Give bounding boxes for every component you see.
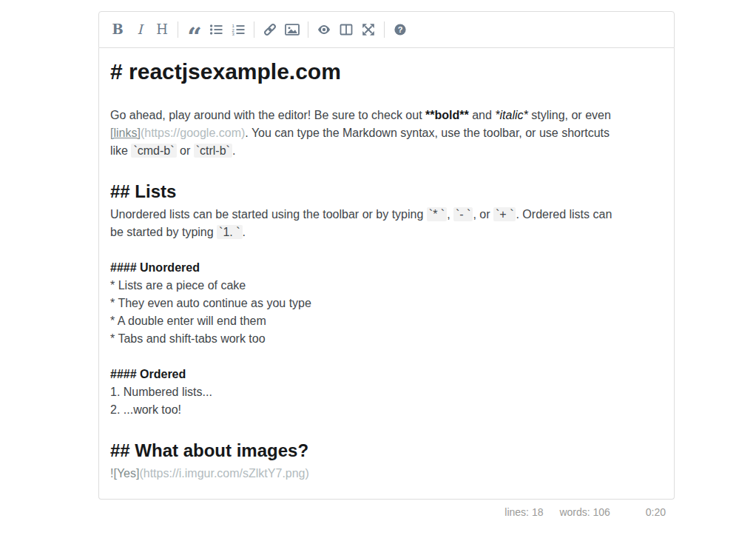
text-segment-image: ![Yes]: [110, 467, 139, 480]
editor-line: ## Lists: [110, 178, 663, 206]
text-segment-text: . You can type the Markdown syntax, use …: [245, 127, 610, 139]
text-segment-text: # reactjsexample.com: [110, 59, 341, 84]
text-segment-text: .: [232, 144, 235, 157]
text-segment-text: Unordered lists can be started using the…: [110, 208, 427, 221]
text-segment-code: `1. `: [217, 225, 242, 239]
text-segment-text: Go ahead, play around with the editor! B…: [110, 109, 425, 121]
text-segment-code: `ctrl-b`: [194, 144, 232, 158]
toolbar-separator: [384, 21, 385, 38]
editor-toolbar: B I H “ 1 2 3: [98, 11, 675, 48]
heading-icon: H: [156, 23, 168, 36]
editor-line: like `cmd-b` or `ctrl-b`.: [110, 142, 663, 160]
editor-line: 1. Numbered lists...: [110, 383, 663, 401]
text-segment-text: * Tabs and shift-tabs work too: [110, 332, 266, 345]
toolbar-separator: [178, 21, 178, 38]
text-segment-text: #### Unordered: [110, 261, 200, 274]
editor-statusbar: lines: 18 words: 106 0:20: [98, 506, 675, 518]
text-segment-text: * They even auto continue as you type: [110, 297, 311, 309]
editor-line: [110, 419, 663, 437]
text-segment-text: , or: [473, 208, 493, 221]
editor-line: #### Ordered: [110, 366, 663, 383]
editor-line: 2. ...work too!: [110, 401, 663, 419]
help-button[interactable]: ?: [389, 19, 411, 41]
image-icon: [285, 23, 300, 36]
fullscreen-button[interactable]: [357, 19, 379, 41]
italic-button[interactable]: I: [129, 19, 151, 41]
toolbar-separator: [308, 21, 308, 38]
text-segment-code: `- `: [453, 207, 473, 221]
bold-button[interactable]: B: [107, 19, 129, 41]
text-segment-text: like: [110, 144, 131, 157]
heading-button[interactable]: H: [151, 19, 173, 41]
link-icon: [263, 22, 277, 37]
unordered-list-icon: [209, 23, 223, 36]
text-segment-text: * A double enter will end them: [110, 315, 266, 327]
editor-content[interactable]: # reactjsexample.comGo ahead, play aroun…: [98, 48, 675, 500]
bold-icon: B: [112, 23, 123, 36]
editor-line: [110, 160, 663, 178]
italic-icon: I: [137, 23, 142, 36]
preview-eye-icon: [317, 24, 331, 36]
editor-line: [110, 348, 663, 366]
text-segment-text: or: [177, 144, 194, 157]
text-segment-text: #### Ordered: [110, 368, 186, 380]
editor-line: [links](https://google.com). You can typ…: [110, 124, 663, 142]
editor-line: #### Unordered: [110, 259, 663, 277]
editor-line: * Lists are a piece of cake: [110, 277, 663, 295]
preview-button[interactable]: [313, 19, 335, 41]
editor-line: [110, 89, 663, 107]
editor-line: [110, 241, 663, 259]
text-segment-url: (https://google.com): [141, 127, 245, 139]
text-segment-url: (https://i.imgur.com/sZlktY7.png): [139, 467, 308, 480]
ordered-list-icon: 1 2 3: [232, 23, 245, 36]
text-segment-text: ## Lists: [110, 181, 176, 201]
text-segment-text: and: [469, 109, 496, 121]
editor-line: * A double enter will end them: [110, 312, 663, 330]
link-button[interactable]: [259, 19, 281, 41]
text-segment-text: ## What about images?: [110, 440, 308, 460]
side-by-side-icon: [340, 23, 353, 36]
editor-line: Go ahead, play around with the editor! B…: [110, 107, 663, 124]
fullscreen-icon: [362, 23, 375, 36]
words-count: words: 106: [559, 506, 610, 518]
editor-line: * They even auto continue as you type: [110, 295, 663, 312]
cursor-position: 0:20: [646, 506, 666, 518]
svg-text:3: 3: [232, 32, 234, 36]
lines-count: lines: 18: [504, 506, 543, 518]
text-segment-code: `cmd-b`: [131, 144, 176, 158]
text-segment-text: styling, or even: [528, 109, 611, 121]
text-segment-text: * Lists are a piece of cake: [110, 279, 246, 292]
svg-text:?: ?: [398, 25, 403, 34]
editor-line: Unordered lists can be started using the…: [110, 206, 663, 224]
unordered-list-button[interactable]: [205, 19, 227, 41]
editor-line: be started by typing `1. `.: [110, 224, 663, 241]
ordered-list-button[interactable]: 1 2 3: [227, 19, 249, 41]
text-segment-bold: **bold**: [425, 109, 469, 121]
editor-line: # reactjsexample.com: [110, 55, 663, 89]
help-icon: ?: [394, 23, 407, 36]
text-segment-code: `* `: [427, 207, 447, 221]
editor-line: ![Yes](https://i.imgur.com/sZlktY7.png): [110, 465, 663, 483]
quote-button[interactable]: “: [183, 19, 205, 41]
side-by-side-button[interactable]: [335, 19, 357, 41]
text-segment-text: . Ordered lists can: [516, 208, 612, 221]
text-segment-italic: *italic*: [495, 109, 527, 121]
toolbar-separator: [254, 21, 254, 38]
image-button[interactable]: [281, 19, 303, 41]
markdown-editor: B I H “ 1 2 3: [98, 11, 675, 518]
text-segment-text: ,: [447, 208, 453, 221]
text-segment-code: `+ `: [493, 207, 516, 221]
text-segment-text: 2. ...work too!: [110, 403, 181, 416]
text-segment-text: .: [243, 226, 246, 238]
text-segment-link: [links]: [110, 127, 141, 139]
editor-line: ## What about images?: [110, 437, 663, 465]
text-segment-text: 1. Numbered lists...: [110, 386, 212, 398]
editor-line: * Tabs and shift-tabs work too: [110, 330, 663, 348]
text-segment-text: be started by typing: [110, 226, 217, 238]
